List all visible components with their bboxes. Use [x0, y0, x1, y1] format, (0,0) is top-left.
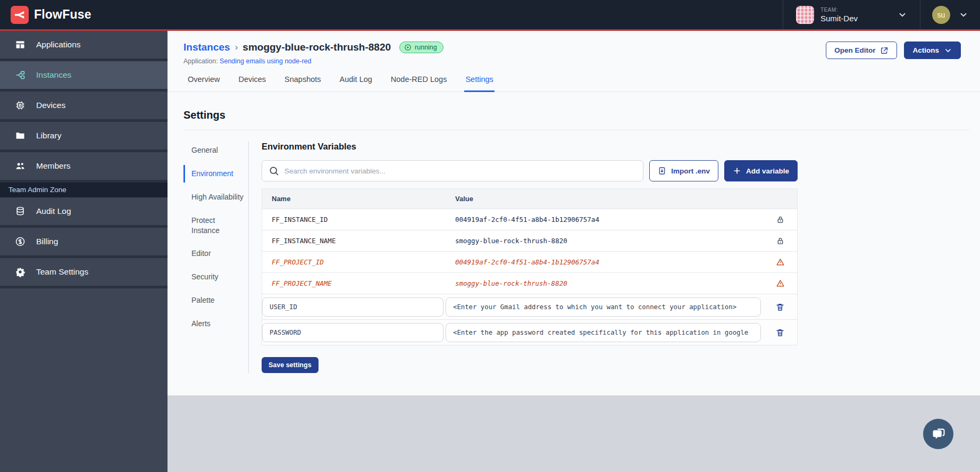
search-box: [262, 160, 643, 181]
env-name-input[interactable]: [262, 297, 443, 317]
tab-audit-log[interactable]: Audit Log: [339, 75, 373, 92]
sidebar-item-label: Applications: [36, 40, 81, 49]
sidebar-item-library[interactable]: Library: [0, 122, 167, 152]
page-content: Instances › smoggy-blue-rock-thrush-8820…: [167, 31, 980, 395]
team-avatar: [796, 6, 814, 24]
column-name: Name: [262, 195, 446, 203]
devices-icon: [15, 100, 26, 111]
section-title: Environment Variables: [262, 142, 798, 152]
user-menu[interactable]: su: [920, 0, 980, 29]
add-variable-button[interactable]: Add variable: [724, 160, 798, 181]
sidebar-item-members[interactable]: Members: [0, 152, 167, 183]
chevron-down-icon[interactable]: [959, 10, 968, 20]
top-navigation-bar: FlowFuse TEAM: Sumit-Dev su: [0, 0, 980, 31]
instances-icon: [15, 70, 26, 80]
tab-devices[interactable]: Devices: [237, 75, 267, 92]
chevron-down-icon[interactable]: [898, 10, 907, 20]
document-download-icon: [658, 167, 666, 175]
flowfuse-logo-icon[interactable]: [11, 6, 29, 24]
env-var-name: FF_INSTANCE_NAME: [272, 237, 336, 245]
env-var-row-ff-project-name: FF_PROJECT_NAMEsmoggy-blue-rock-thrush-8…: [262, 273, 797, 294]
sidebar-item-billing[interactable]: Billing: [0, 228, 167, 258]
page-title: smoggy-blue-rock-thrush-8820: [242, 42, 391, 53]
header-actions: Open Editor Actions: [826, 42, 961, 59]
env-value-input[interactable]: [446, 323, 761, 342]
status-text: running: [415, 44, 437, 51]
delete-variable-button[interactable]: [775, 328, 785, 337]
settings-nav-editor[interactable]: Editor: [183, 245, 248, 262]
settings-nav-general[interactable]: General: [183, 142, 248, 159]
team-settings-icon: [15, 267, 26, 277]
env-var-value: 004919af-2cf0-4f51-a8b4-1b12906757a4: [455, 216, 599, 223]
settings-nav-alerts[interactable]: Alerts: [183, 315, 248, 333]
settings-nav-environment[interactable]: Environment: [183, 165, 248, 183]
divider: [183, 130, 969, 130]
settings-nav-high-availability[interactable]: High Availability: [183, 188, 248, 206]
env-var-row-ff-project-id: FF_PROJECT_ID004919af-2cf0-4f51-a8b4-1b1…: [262, 252, 797, 273]
plus-icon: [733, 167, 741, 175]
settings-nav-palette[interactable]: Palette: [183, 292, 248, 309]
env-value-input[interactable]: [446, 297, 761, 317]
instance-header: Instances › smoggy-blue-rock-thrush-8820…: [167, 31, 980, 65]
settings-nav-protect-instance[interactable]: Protect Instance: [183, 212, 248, 239]
billing-icon: [15, 236, 26, 247]
env-var-value: 004919af-2cf0-4f51-a8b4-1b12906757a4: [455, 258, 599, 266]
env-var-name: FF_PROJECT_ID: [272, 258, 324, 266]
lock-icon: [776, 215, 785, 224]
sidebar-item-label: Audit Log: [36, 206, 71, 216]
tab-overview[interactable]: Overview: [187, 75, 221, 92]
brand-name: FlowFuse: [34, 7, 91, 22]
library-icon: [15, 130, 26, 141]
warning-icon: [776, 279, 785, 288]
chat-widget-button[interactable]: [923, 419, 953, 449]
sidebar-item-team-settings[interactable]: Team Settings: [0, 258, 167, 288]
env-name-input[interactable]: [262, 323, 443, 342]
env-var-row-user-id: [262, 294, 797, 320]
env-variables-table: Name Value FF_INSTANCE_ID004919af-2cf0-4…: [262, 188, 798, 345]
main-area: Instances › smoggy-blue-rock-thrush-8820…: [167, 31, 980, 472]
settings-section: Settings GeneralEnvironmentHigh Availabi…: [167, 92, 980, 373]
table-header: Name Value: [262, 189, 797, 209]
breadcrumb-instances-link[interactable]: Instances: [183, 42, 230, 53]
save-settings-button[interactable]: Save settings: [262, 357, 319, 373]
env-var-value: smoggy-blue-rock-thrush-8820: [455, 279, 567, 287]
open-editor-button[interactable]: Open Editor: [826, 42, 897, 59]
settings-nav-security[interactable]: Security: [183, 268, 248, 286]
search-input[interactable]: [262, 160, 643, 181]
env-var-row-ff-instance-id: FF_INSTANCE_ID004919af-2cf0-4f51-a8b4-1b…: [262, 209, 797, 230]
actions-button[interactable]: Actions: [904, 42, 961, 59]
sidebar-item-label: Library: [36, 131, 61, 140]
sidebar-item-applications[interactable]: Applications: [0, 31, 167, 61]
topbar-right: TEAM: Sumit-Dev su: [783, 0, 980, 29]
env-var-row-password: [262, 320, 797, 345]
tab-node-red-logs[interactable]: Node-RED Logs: [390, 75, 448, 92]
team-name: Sumit-Dev: [820, 14, 858, 23]
warning-icon: [776, 258, 785, 267]
environment-panel: Environment Variables Import .env Ad: [262, 142, 798, 373]
tab-settings[interactable]: Settings: [464, 75, 494, 92]
team-selector[interactable]: TEAM: Sumit-Dev: [783, 0, 920, 29]
sidebar-item-label: Members: [36, 161, 71, 171]
settings-subnav: GeneralEnvironmentHigh AvailabilityProte…: [183, 142, 249, 373]
delete-variable-button[interactable]: [775, 302, 785, 312]
sidebar-item-label: Team Settings: [36, 267, 88, 277]
sidebar-item-label: Devices: [36, 101, 65, 110]
trash-icon: [775, 302, 785, 312]
env-var-name: FF_INSTANCE_ID: [272, 216, 328, 223]
tab-snapshots[interactable]: Snapshots: [283, 75, 322, 92]
instance-tabs: OverviewDevicesSnapshotsAudit LogNode-RE…: [167, 75, 980, 92]
members-icon: [15, 161, 26, 171]
sidebar: ApplicationsInstancesDevicesLibraryMembe…: [0, 31, 167, 472]
audit-log-icon: [15, 206, 26, 217]
sidebar-item-label: Billing: [36, 237, 58, 246]
sidebar-item-devices[interactable]: Devices: [0, 92, 167, 122]
user-avatar: su: [932, 6, 950, 24]
application-link[interactable]: Sending emails using node-red: [220, 57, 311, 65]
team-label: TEAM:: [820, 7, 858, 13]
sidebar-item-label: Instances: [36, 70, 71, 80]
sidebar-item-audit-log[interactable]: Audit Log: [0, 197, 167, 228]
chat-bubbles-icon: [931, 427, 946, 442]
team-admin-zone-label: Team Admin Zone: [0, 183, 167, 197]
import-env-button[interactable]: Import .env: [649, 160, 718, 181]
sidebar-item-instances[interactable]: Instances: [0, 61, 167, 92]
